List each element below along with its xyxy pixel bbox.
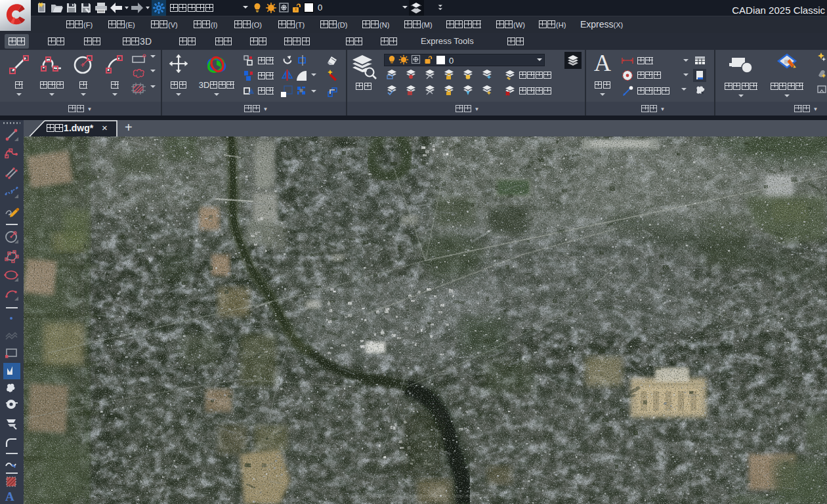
- svg-text:Image © 2025 Airbus, Maxar Tec: Image © 2025 Airbus, Maxar Technologies,…: [352, 493, 493, 499]
- svg-text:A: A: [594, 52, 611, 75]
